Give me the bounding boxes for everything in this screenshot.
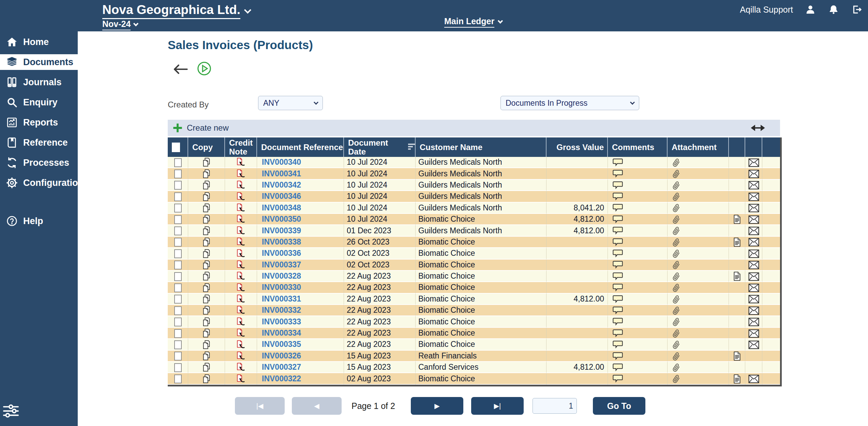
credit-note-icon[interactable] [236, 180, 246, 190]
row-checkbox[interactable] [174, 283, 182, 292]
credit-note-icon[interactable] [236, 328, 246, 338]
comment-icon[interactable] [613, 272, 623, 281]
credit-note-icon[interactable] [236, 271, 246, 281]
document-reference-link[interactable]: INV000332 [262, 306, 301, 314]
comment-icon[interactable] [613, 260, 623, 269]
report-icon[interactable] [733, 374, 741, 384]
envelope-icon[interactable] [748, 318, 759, 326]
comment-icon[interactable] [613, 169, 623, 178]
col-document-date-header[interactable]: Document Date [344, 137, 416, 157]
document-reference-link[interactable]: INV000336 [262, 249, 301, 258]
credit-note-icon[interactable] [236, 192, 246, 202]
document-reference-link[interactable]: INV000346 [262, 192, 301, 201]
document-reference-link[interactable]: INV000335 [262, 340, 301, 349]
col-document-reference-header[interactable]: Document Reference [257, 137, 344, 157]
sidebar-item-journals[interactable]: Journals [0, 74, 78, 90]
col-attachment-header[interactable]: Attachment [668, 137, 729, 157]
row-checkbox[interactable] [174, 306, 182, 315]
paperclip-icon[interactable] [672, 306, 681, 315]
envelope-icon[interactable] [748, 170, 759, 178]
credit-note-icon[interactable] [236, 169, 246, 179]
paperclip-icon[interactable] [672, 260, 681, 269]
paperclip-icon[interactable] [672, 169, 681, 178]
comment-icon[interactable] [613, 306, 623, 315]
envelope-icon[interactable] [748, 283, 759, 292]
envelope-icon[interactable] [748, 374, 759, 383]
copy-icon[interactable] [202, 283, 211, 293]
comment-icon[interactable] [613, 352, 623, 361]
comment-icon[interactable] [613, 329, 623, 338]
next-page-button[interactable]: ▶ [411, 397, 463, 415]
credit-note-icon[interactable] [236, 283, 246, 293]
copy-icon[interactable] [202, 328, 211, 338]
row-checkbox[interactable] [174, 374, 182, 383]
copy-icon[interactable] [202, 180, 211, 190]
back-arrow-icon[interactable] [172, 63, 189, 75]
comment-icon[interactable] [613, 295, 623, 304]
report-icon[interactable] [733, 215, 741, 224]
paperclip-icon[interactable] [672, 363, 681, 372]
paperclip-icon[interactable] [672, 272, 681, 281]
row-checkbox[interactable] [174, 249, 182, 258]
paperclip-icon[interactable] [672, 215, 681, 224]
document-reference-link[interactable]: INV000350 [262, 215, 301, 223]
envelope-icon[interactable] [748, 272, 759, 281]
document-reference-link[interactable]: INV000342 [262, 180, 301, 189]
page-number-input[interactable] [533, 398, 577, 414]
comment-icon[interactable] [613, 374, 623, 383]
sidebar-item-configuration[interactable]: Configuration [0, 175, 78, 191]
envelope-icon[interactable] [748, 249, 759, 258]
row-checkbox[interactable] [174, 318, 182, 326]
paperclip-icon[interactable] [672, 283, 681, 292]
row-checkbox[interactable] [174, 363, 182, 372]
paperclip-icon[interactable] [672, 295, 681, 304]
credit-note-icon[interactable] [236, 157, 246, 167]
document-reference-link[interactable]: INV000322 [262, 374, 301, 383]
comment-icon[interactable] [613, 249, 623, 258]
paperclip-icon[interactable] [672, 192, 681, 201]
envelope-icon[interactable] [748, 226, 759, 235]
document-reference-link[interactable]: INV000333 [262, 317, 301, 326]
sidebar-item-processes[interactable]: Processes [0, 155, 78, 171]
envelope-icon[interactable] [748, 204, 759, 212]
credit-note-icon[interactable] [236, 214, 246, 224]
row-checkbox[interactable] [174, 170, 182, 178]
credit-note-icon[interactable] [236, 203, 246, 213]
copy-icon[interactable] [202, 237, 211, 247]
goto-page-button[interactable]: Go To [593, 397, 645, 415]
select-all-checkbox[interactable] [172, 143, 180, 152]
document-reference-link[interactable]: INV000339 [262, 226, 301, 235]
horizontal-resize-icon[interactable] [750, 122, 766, 133]
col-comments-header[interactable]: Comments [608, 137, 668, 157]
document-reference-link[interactable]: INV000330 [262, 283, 301, 292]
comment-icon[interactable] [613, 238, 623, 247]
paperclip-icon[interactable] [672, 226, 681, 235]
copy-icon[interactable] [202, 351, 211, 361]
paperclip-icon[interactable] [672, 158, 681, 167]
paperclip-icon[interactable] [672, 329, 681, 338]
comment-icon[interactable] [613, 340, 623, 349]
document-reference-link[interactable]: INV000348 [262, 203, 301, 212]
sidebar-item-home[interactable]: Home [0, 34, 78, 50]
copy-icon[interactable] [202, 305, 211, 315]
run-icon[interactable] [197, 61, 211, 76]
envelope-icon[interactable] [748, 181, 759, 190]
row-checkbox[interactable] [174, 261, 182, 269]
first-page-button[interactable]: |◀ [235, 397, 285, 415]
copy-icon[interactable] [202, 374, 211, 384]
envelope-icon[interactable] [748, 238, 759, 247]
comment-icon[interactable] [613, 203, 623, 212]
document-reference-link[interactable]: INV000331 [262, 294, 301, 303]
ledger-selector[interactable]: Main Ledger [444, 16, 502, 28]
copy-icon[interactable] [202, 157, 211, 167]
period-selector[interactable]: Nov-24 [102, 19, 138, 30]
copy-icon[interactable] [202, 226, 211, 236]
document-status-select[interactable]: Documents In Progress [500, 96, 639, 110]
row-checkbox[interactable] [174, 352, 182, 361]
row-checkbox[interactable] [174, 272, 182, 281]
sidebar-item-reports[interactable]: Reports [0, 115, 78, 130]
copy-icon[interactable] [202, 214, 211, 224]
document-reference-link[interactable]: INV000327 [262, 363, 301, 371]
report-icon[interactable] [733, 271, 741, 281]
row-checkbox[interactable] [174, 192, 182, 201]
